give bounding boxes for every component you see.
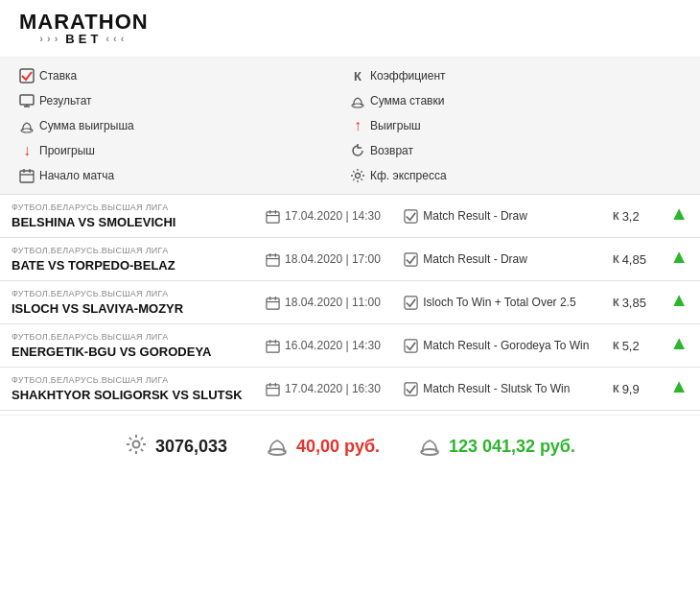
- k-icon: К: [350, 68, 365, 83]
- legend-result: Результат: [19, 90, 350, 111]
- legend-result-label: Результат: [39, 94, 92, 107]
- arrow-up-icon: ↑: [350, 118, 365, 133]
- match-info-4: ФУТБОЛ.БЕЛАРУСЬ.ВЫСШАЯ ЛИГА SHAKHTYOR SO…: [0, 368, 254, 411]
- match-coef-cell-0: К 3,2: [601, 195, 658, 238]
- match-date-cell-0: 17.04.2020 | 14:30: [254, 195, 392, 238]
- match-status-2: ▲: [658, 281, 700, 319]
- match-market-text-0: Match Result - Draw: [423, 209, 527, 223]
- legend-sum-win-label: Сумма выигрыша: [39, 119, 134, 132]
- legend-start: Начало матча: [19, 165, 350, 186]
- footer-count-value: 3076,033: [155, 437, 227, 457]
- match-market-cell-2: Isloch To Win + Total Over 2.5: [392, 281, 601, 324]
- arrow-down-icon: ↓: [19, 143, 35, 158]
- match-coef-cell-1: К 4,85: [601, 238, 658, 281]
- gear-icon: [350, 168, 365, 183]
- match-info-1: ФУТБОЛ.БЕЛАРУСЬ.ВЫСШАЯ ЛИГА BATE VS TORP…: [0, 238, 254, 281]
- match-market-text-4: Match Result - Slutsk To Win: [423, 382, 570, 395]
- match-market-3: Match Result - Gorodeya To Win: [404, 339, 590, 353]
- match-date-cell-3: 16.04.2020 | 14:30: [254, 324, 392, 368]
- match-name-1: BATE VS TORPEDO-BELAZ: [12, 258, 243, 273]
- match-market-text-2: Isloch To Win + Total Over 2.5: [423, 296, 575, 309]
- svg-point-36: [133, 441, 140, 448]
- league-label-3: ФУТБОЛ.БЕЛАРУСЬ.ВЫСШАЯ ЛИГА: [12, 332, 243, 342]
- match-info-2: ФУТБОЛ.БЕЛАРУСЬ.ВЫСШАЯ ЛИГА ISLOCH VS SL…: [0, 281, 254, 324]
- match-market-cell-1: Match Result - Draw: [392, 238, 601, 281]
- table-row: ФУТБОЛ.БЕЛАРУСЬ.ВЫСШАЯ ЛИГА SHAKHTYOR SO…: [0, 368, 700, 411]
- footer-win: 123 041,32 руб.: [418, 433, 575, 461]
- check-icon-4: [404, 382, 418, 396]
- league-label-4: ФУТБОЛ.БЕЛАРУСЬ.ВЫСШАЯ ЛИГА: [12, 375, 243, 385]
- legend-win: ↑ Выигрыш: [350, 115, 681, 136]
- calendar-icon-3: [266, 339, 280, 353]
- logo-wings-right: ‹‹‹: [105, 34, 128, 44]
- match-status-4: ▲: [658, 368, 700, 405]
- match-name-4: SHAKHTYOR SOLIGORSK VS SLUTSK: [12, 388, 243, 402]
- hat-icon-footer: [266, 433, 289, 461]
- match-market-2: Isloch To Win + Total Over 2.5: [404, 296, 590, 310]
- match-market-text-3: Match Result - Gorodeya To Win: [423, 339, 589, 352]
- legend-express-label: Кф. экспресса: [370, 169, 447, 182]
- k-coef-icon-2: К: [613, 297, 619, 308]
- match-status-3: ▲: [658, 324, 700, 362]
- logo: MARATHON ››› BET ‹‹‹: [19, 12, 149, 45]
- legend-loss: ↓ Проигрыш: [19, 140, 350, 161]
- match-coef-4: К 9,9: [613, 382, 646, 396]
- table-row: ФУТБОЛ.БЕЛАРУСЬ.ВЫСШАЯ ЛИГА BATE VS TORP…: [0, 238, 700, 281]
- match-info-0: ФУТБОЛ.БЕЛАРУСЬ.ВЫСШАЯ ЛИГА BELSHINA VS …: [0, 195, 254, 238]
- svg-rect-11: [267, 211, 279, 222]
- calendar-icon-4: [266, 382, 280, 396]
- match-date-0: 17.04.2020 | 14:30: [266, 209, 381, 224]
- hat2-icon-footer: [418, 433, 441, 461]
- match-info-3: ФУТБОЛ.БЕЛАРУСЬ.ВЫСШАЯ ЛИГА ENERGETIK-BG…: [0, 324, 254, 368]
- footer-stake-value: 40,00 руб.: [296, 437, 380, 457]
- match-coef-1: К 4,85: [613, 252, 646, 267]
- k-coef-icon-0: К: [613, 210, 619, 222]
- legend-express: Кф. экспресса: [350, 165, 681, 186]
- calendar-icon-1: [266, 252, 280, 267]
- calendar-icon-2: [266, 296, 280, 310]
- calendar-icon: [19, 168, 35, 183]
- k-coef-icon-3: К: [613, 340, 619, 351]
- match-market-1: Match Result - Draw: [404, 252, 590, 267]
- match-date-cell-2: 18.04.2020 | 11:00: [254, 281, 392, 324]
- match-coef-cell-4: К 9,9: [601, 368, 658, 411]
- svg-rect-6: [20, 171, 34, 182]
- footer-count: 3076,033: [125, 433, 227, 461]
- matches-table: ФУТБОЛ.БЕЛАРУСЬ.ВЫСШАЯ ЛИГА BELSHINA VS …: [0, 195, 700, 411]
- legend-sum-stavki: Сумма ставки: [350, 90, 681, 111]
- match-market-cell-3: Match Result - Gorodeya To Win: [392, 324, 601, 368]
- legend-win-label: Выигрыш: [370, 119, 421, 132]
- legend-stavka: Ставка: [19, 65, 350, 86]
- logo-marathon: MARATHON: [19, 12, 149, 33]
- check-icon-0: [404, 209, 418, 224]
- win-arrow-icon-1: ▲: [669, 246, 688, 268]
- legend-koef-label: Коэффициент: [370, 69, 446, 83]
- match-coef-cell-3: К 5,2: [601, 324, 658, 368]
- calendar-icon-0: [266, 209, 280, 224]
- svg-rect-21: [267, 298, 279, 308]
- match-market-cell-0: Match Result - Draw: [392, 195, 601, 238]
- footer-stake: 40,00 руб.: [266, 433, 380, 461]
- legend-return: Возврат: [350, 140, 681, 161]
- hat2-icon: [19, 118, 35, 133]
- match-date-1: 18.04.2020 | 17:00: [266, 252, 381, 267]
- header: MARATHON ››› BET ‹‹‹: [0, 0, 700, 58]
- legend-bar: Ставка К Коэффициент Результат Сумма ста…: [0, 58, 700, 195]
- svg-rect-1: [20, 95, 34, 105]
- league-label-1: ФУТБОЛ.БЕЛАРУСЬ.ВЫСШАЯ ЛИГА: [12, 246, 243, 255]
- match-coef-2: К 3,85: [613, 296, 646, 310]
- return-icon: [350, 143, 365, 158]
- k-coef-icon-1: К: [613, 253, 619, 265]
- win-arrow-icon-4: ▲: [669, 375, 688, 397]
- match-coef-3: К 5,2: [613, 339, 646, 353]
- match-coef-cell-2: К 3,85: [601, 281, 658, 324]
- table-row: ФУТБОЛ.БЕЛАРУСЬ.ВЫСШАЯ ЛИГА ISLOCH VS SL…: [0, 281, 700, 324]
- check-icon-3: [404, 339, 418, 353]
- legend-start-label: Начало матча: [39, 169, 114, 182]
- legend-stavka-label: Ставка: [39, 69, 77, 83]
- match-coef-0: К 3,2: [613, 209, 646, 224]
- k-coef-icon-4: К: [613, 383, 619, 394]
- monitor-icon: [19, 93, 35, 108]
- win-arrow-icon-0: ▲: [669, 202, 688, 225]
- table-row: ФУТБОЛ.БЕЛАРУСЬ.ВЫСШАЯ ЛИГА ENERGETIK-BG…: [0, 324, 700, 368]
